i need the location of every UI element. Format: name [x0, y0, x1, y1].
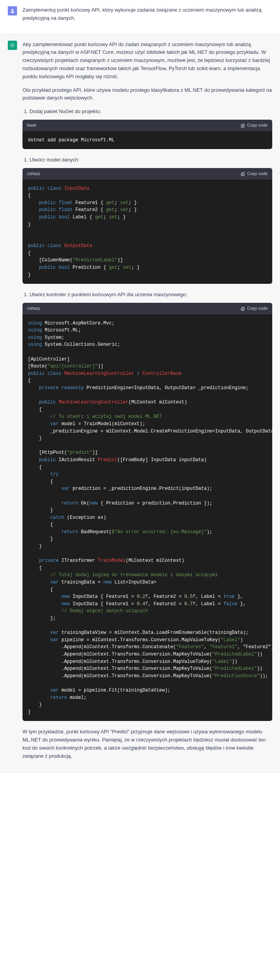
step-list-3: Utwórz kontroler z punktem końcowym API …: [29, 291, 272, 299]
outro-paragraph: W tym przykładzie, punkt końcowy API "Pr…: [22, 728, 272, 760]
user-turn: Zaimplementuj punkt końcowy API, który w…: [0, 0, 280, 34]
code-block-csharp-2: csharp Copy code using Microsoft.AspNetC…: [22, 303, 272, 721]
copy-code-button[interactable]: Copy code: [240, 122, 268, 129]
code-header: csharp Copy code: [22, 303, 272, 314]
clipboard-icon: [240, 306, 245, 311]
code-header: bash Copy code: [22, 120, 272, 131]
clipboard-icon: [240, 172, 245, 176]
copy-label: Copy code: [247, 305, 268, 312]
code-block-bash: bash Copy code dotnet add package Micros…: [22, 120, 272, 149]
user-content: Zaimplementuj punkt końcowy API, który w…: [22, 6, 272, 28]
user-avatar: [8, 6, 17, 15]
intro-paragraph-1: Aby zaimplementować punkt końcowy API do…: [22, 41, 272, 81]
svg-rect-2: [242, 124, 244, 127]
svg-rect-6: [242, 307, 244, 310]
code-block-csharp-1: csharp Copy code public class InputData …: [22, 168, 272, 284]
user-icon: [10, 8, 15, 14]
code-lang-label: bash: [27, 122, 36, 129]
code-header: csharp Copy code: [22, 168, 272, 180]
copy-code-button[interactable]: Copy code: [240, 305, 268, 312]
assistant-turn: Aby zaimplementować punkt końcowy API do…: [0, 34, 280, 772]
step-list-1: Dodaj pakiet NuGet do projektu:: [29, 108, 272, 116]
assistant-avatar: [8, 41, 17, 50]
step-1: Dodaj pakiet NuGet do projektu:: [29, 108, 272, 116]
svg-rect-4: [242, 172, 244, 175]
step-3: Utwórz kontroler z punktem końcowym API …: [29, 291, 272, 299]
openai-icon: [10, 43, 15, 48]
copy-label: Copy code: [247, 170, 268, 177]
code-content[interactable]: using Microsoft.AspNetCore.Mvc; using Mi…: [22, 314, 272, 721]
clipboard-icon: [240, 123, 245, 128]
user-message: Zaimplementuj punkt końcowy API, który w…: [22, 6, 272, 22]
code-lang-label: csharp: [27, 170, 40, 177]
code-lang-label: csharp: [27, 305, 40, 312]
step-2: Utwórz model danych:: [29, 156, 272, 164]
code-content[interactable]: dotnet add package Microsoft.ML: [22, 131, 272, 149]
intro-paragraph-2: Oto przykład prostego API, które używa m…: [22, 86, 272, 103]
assistant-content: Aby zaimplementować punkt końcowy API do…: [22, 41, 272, 766]
copy-code-button[interactable]: Copy code: [240, 170, 268, 177]
copy-label: Copy code: [247, 122, 268, 129]
step-list-2: Utwórz model danych:: [29, 156, 272, 164]
code-content[interactable]: public class InputData { public float Fe…: [22, 180, 272, 284]
svg-point-0: [12, 9, 14, 11]
